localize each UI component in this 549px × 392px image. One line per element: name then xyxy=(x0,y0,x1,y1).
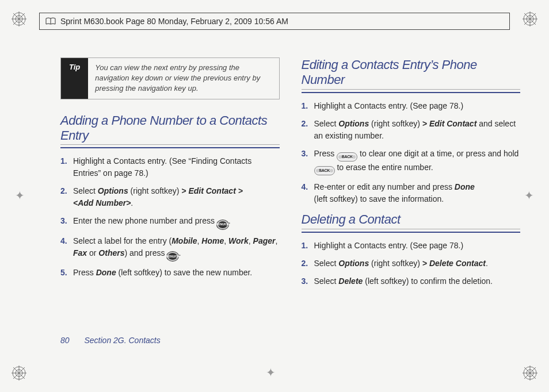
page-number: 80 xyxy=(60,336,70,345)
step: Press Done (left softkey) to save the ne… xyxy=(60,267,280,279)
crop-mark-top-right xyxy=(523,11,537,26)
t: Highlight a Contacts entry. (See page 78… xyxy=(314,241,464,250)
t: Edit Contact xyxy=(188,186,235,195)
crop-mark-top-left xyxy=(12,11,26,26)
crop-mark-bottom-left xyxy=(12,366,26,381)
page-footer: 80 Section 2G. Contacts xyxy=(60,336,161,345)
book-icon xyxy=(45,17,56,25)
t: > xyxy=(236,186,243,195)
t: Done xyxy=(96,268,116,277)
t: Enter the new phone number and press xyxy=(73,216,217,225)
t: (right softkey) xyxy=(369,259,422,268)
delete-contact-steps: Highlight a Contacts entry. (See page 78… xyxy=(302,240,521,287)
t: Delete Contact xyxy=(429,259,486,268)
quad-mark-bottom: ✦ xyxy=(266,367,276,378)
t: Select xyxy=(314,119,339,128)
t: Select xyxy=(314,276,339,286)
edit-number-steps: Highlight a Contacts entry. (See page 78… xyxy=(302,100,521,206)
t: (left softkey) to save the information. xyxy=(314,194,444,203)
step: Select Options (right softkey) > Edit Co… xyxy=(60,185,280,209)
step: Select Delete (left softkey) to confirm … xyxy=(302,275,521,287)
t: Work xyxy=(228,236,249,245)
t: Fax xyxy=(73,248,87,258)
heading-add-number: Adding a Phone Number to a Contacts Entr… xyxy=(60,113,280,144)
heading-delete-contact: Deleting a Contact xyxy=(302,212,521,227)
step: Highlight a Contacts entry. (See page 78… xyxy=(302,100,521,112)
t: > xyxy=(422,259,429,268)
t: Press xyxy=(314,149,337,158)
heading-edit-number: Editing a Contacts Entry’s Phone Number xyxy=(302,57,521,88)
t: Options xyxy=(98,186,128,195)
t: (right softkey) xyxy=(128,186,182,195)
step: Select Options (right softkey) > Delete … xyxy=(302,258,521,270)
t: Highlight a Contacts entry. (See page 78… xyxy=(314,101,464,110)
tip-box: Tip You can view the next entry by press… xyxy=(60,57,280,99)
step-text: Highlight a Contacts entry. (See “Findin… xyxy=(73,156,251,178)
t: Select a label for the entry ( xyxy=(73,236,171,245)
t: <Add Number> xyxy=(73,198,131,207)
step: Highlight a Contacts entry. (See “Findin… xyxy=(60,155,280,179)
t: , xyxy=(275,236,277,245)
page-body: Tip You can view the next entry by press… xyxy=(60,57,520,358)
t: Home xyxy=(201,236,224,245)
t: Re-enter or edit any number and press xyxy=(314,182,455,191)
rule-thin xyxy=(302,89,521,90)
rule-thick xyxy=(60,147,280,148)
step: Press BACK to clear one digit at a time,… xyxy=(302,148,521,176)
t: to clear one digit at a time, or press a… xyxy=(357,149,518,158)
t: Pager xyxy=(253,236,276,245)
t: or xyxy=(87,248,98,258)
t: Options xyxy=(338,259,369,268)
t: . xyxy=(486,259,488,268)
section-label: Section 2G. Contacts xyxy=(84,336,160,345)
framemaker-header: Sprint M630.book Page 80 Monday, Februar… xyxy=(39,13,510,30)
menu-ok-key-icon: MENU/OK xyxy=(167,252,178,261)
step: Select Options (right softkey) > Edit Co… xyxy=(302,118,521,142)
t: (left softkey) to confirm the deletion. xyxy=(363,276,493,286)
t: > xyxy=(422,119,429,128)
rule-thick xyxy=(302,232,521,233)
left-column: Tip You can view the next entry by press… xyxy=(60,57,280,358)
quad-mark-left: ✦ xyxy=(15,190,25,201)
back-key-icon: BACK xyxy=(337,152,357,162)
t: , xyxy=(249,236,253,245)
crop-mark-bottom-right xyxy=(523,366,537,381)
t: , xyxy=(224,236,228,245)
tip-label: Tip xyxy=(61,58,88,99)
t: (right softkey) xyxy=(369,119,422,128)
t: Select xyxy=(73,186,98,195)
rule-thick xyxy=(302,92,521,93)
right-column: Editing a Contacts Entry’s Phone Number … xyxy=(302,57,521,358)
add-number-steps: Highlight a Contacts entry. (See “Findin… xyxy=(60,155,280,279)
t: Delete xyxy=(338,276,363,286)
step: Re-enter or edit any number and press Do… xyxy=(302,181,521,205)
rule-thin xyxy=(60,144,280,145)
header-text: Sprint M630.book Page 80 Monday, Februar… xyxy=(60,17,288,26)
t: Others xyxy=(98,248,124,258)
t: Press xyxy=(73,268,96,277)
t: . xyxy=(131,198,133,207)
tip-body: You can view the next entry by pressing … xyxy=(88,58,279,99)
quad-mark-right: ✦ xyxy=(524,190,534,201)
t: > xyxy=(181,186,188,195)
t: Done xyxy=(455,182,475,191)
step: Highlight a Contacts entry. (See page 78… xyxy=(302,240,521,252)
step: Enter the new phone number and press MEN… xyxy=(60,215,280,229)
t: Options xyxy=(338,119,369,128)
t: to erase the entire number. xyxy=(335,163,433,172)
t: Select xyxy=(314,259,339,268)
menu-ok-key-icon: MENU/OK xyxy=(217,220,228,229)
back-key-icon: BACK xyxy=(314,166,335,175)
t: (left softkey) to save the new number. xyxy=(116,268,253,277)
t: ) and press xyxy=(124,248,167,258)
rule-thin xyxy=(302,229,521,229)
step: Select a label for the entry (Mobile, Ho… xyxy=(60,235,280,262)
t: Mobile xyxy=(171,236,197,245)
t: Edit Contact xyxy=(429,119,476,128)
